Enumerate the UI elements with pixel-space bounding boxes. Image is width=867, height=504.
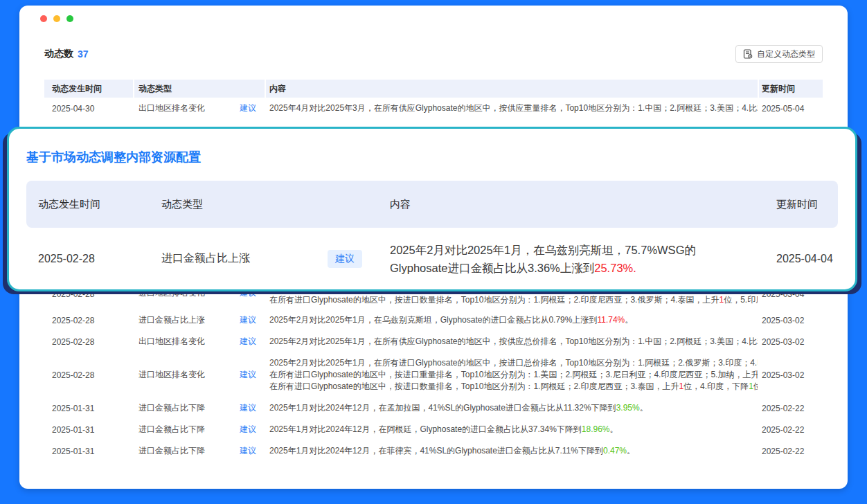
row-type: 出口地区排名变化 <box>134 336 238 348</box>
table-header: 动态发生时间 动态类型 内容 更新时间 <box>44 80 823 98</box>
table-row[interactable]: 2025-01-31进口金额占比下降建议2025年1月对比2024年12月，在孟… <box>44 397 823 419</box>
row-content: 2025年1月对比2024年12月，在阿根廷，Glyphosate的进口金额占比… <box>266 424 758 435</box>
overlay-col-header-date: 动态发生时间 <box>38 198 161 211</box>
suggestion-badge: 建议 <box>240 369 265 381</box>
row-content-line: 在所有进口Glyphosate的地区中，按进口数量排名，Top10地区分别为：1… <box>269 381 758 393</box>
col-header-date: 动态发生时间 <box>44 80 133 98</box>
highlight-row[interactable]: 2025-02-28 进口金额占比上涨 建议 2025年2月对比2025年1月，… <box>26 233 838 285</box>
overlay-col-header-updated: 更新时间 <box>751 198 838 211</box>
suggestion-badge: 建议 <box>240 445 265 457</box>
row-updated: 2025-03-02 <box>759 370 823 380</box>
overlay-col-header-type: 动态类型 <box>161 198 390 211</box>
row-date: 2025-02-28 <box>44 316 133 325</box>
row-content-line: 2025年2月对比2025年1月，在所有供应Glyphosate的地区中，按供应… <box>269 336 758 348</box>
customize-type-button[interactable]: 自定义动态类型 <box>735 45 823 63</box>
suggestion-badge: 建议 <box>240 424 265 435</box>
row-content: 2025年1月对比2024年12月，在孟加拉国，41%SL的Glyphosate… <box>266 402 758 414</box>
row-updated: 2025-02-22 <box>759 404 823 413</box>
stats-label: 动态数 <box>44 48 73 60</box>
row-content: 2025年2月对比2025年1月，在所有供应Glyphosate的地区中，按供应… <box>266 336 758 348</box>
col-header-type: 动态类型 <box>134 80 265 98</box>
highlight-row-type: 进口金额占比上涨 <box>161 251 250 266</box>
col-header-content: 内容 <box>266 80 758 98</box>
zoom-button[interactable] <box>66 15 73 22</box>
row-content: 在所有进口Glyphosate的地区中，按进口数量排名，Top10地区分别为：1… <box>266 294 758 306</box>
highlight-card: 基于市场动态调整内部资源配置 动态发生时间 动态类型 内容 更新时间 2025-… <box>7 127 857 291</box>
suggestion-badge: 建议 <box>240 402 265 414</box>
row-content-line: 2025年1月对比2024年12月，在菲律宾，41%SL的Glyphosate进… <box>269 445 758 457</box>
row-content: 2025年2月对比2025年1月，在所有进口Glyphosate的地区中，按进口… <box>266 357 758 393</box>
suggestion-badge: 建议 <box>240 336 265 348</box>
table-row[interactable]: 2025-01-31进口金额占比下降建议2025年1月对比2024年12月，在阿… <box>44 419 823 440</box>
table-row[interactable]: 2025-01-31进口金额占比下降建议2025年1月对比2024年12月，在菲… <box>44 440 823 462</box>
row-date: 2025-02-28 <box>44 337 133 347</box>
row-content-line: 2025年1月对比2024年12月，在阿根廷，Glyphosate的进口金额占比… <box>269 424 758 435</box>
table-row[interactable]: 2025-04-30出口地区排名变化建议2025年4月对比2025年3月，在所有… <box>44 98 823 119</box>
row-type: 进口金额占比下降 <box>134 424 238 435</box>
row-updated: 2025-03-02 <box>759 337 823 347</box>
overlay-col-header-content: 内容 <box>390 198 751 211</box>
row-type: 进口金额占比上涨 <box>134 314 238 326</box>
row-type: 出口地区排名变化 <box>134 102 238 114</box>
row-updated: 2025-05-04 <box>759 104 823 114</box>
table-row[interactable]: 2025-02-28进口地区排名变化建议2025年2月对比2025年1月，在所有… <box>44 352 823 397</box>
stats-bar: 动态数 37 自定义动态类型 <box>44 44 823 64</box>
row-content: 2025年1月对比2024年12月，在菲律宾，41%SL的Glyphosate进… <box>266 445 758 457</box>
row-updated: 2025-03-02 <box>759 316 823 325</box>
highlight-row-content: 2025年2月对比2025年1月，在乌兹别亮斯坦，75.7%WSG的Glypho… <box>390 241 740 277</box>
row-content-line: 在所有进口Glyphosate的地区中，按进口数量排名，Top10地区分别为：1… <box>269 294 758 306</box>
highlight-row-date: 2025-02-28 <box>38 253 161 265</box>
window-controls <box>40 15 73 22</box>
table-row[interactable]: 2025-02-28进口金额占比上涨建议2025年2月对比2025年1月，在乌兹… <box>44 309 823 331</box>
row-date: 2025-01-31 <box>44 447 133 456</box>
table-row[interactable]: 2025-02-28出口地区排名变化建议2025年2月对比2025年1月，在所有… <box>44 331 823 352</box>
customize-type-label: 自定义动态类型 <box>757 48 815 60</box>
suggestion-badge: 建议 <box>240 314 265 326</box>
suggestion-badge: 建议 <box>240 102 265 114</box>
row-content-line: 2025年2月对比2025年1月，在所有进口Glyphosate的地区中，按进口… <box>269 357 758 369</box>
col-header-updated: 更新时间 <box>759 80 823 98</box>
highlight-card-title: 基于市场动态调整内部资源配置 <box>26 149 201 165</box>
row-content-line: 2025年2月对比2025年1月，在乌兹别克斯坦，Glyphosate的进口金额… <box>269 314 758 326</box>
row-updated: 2025-02-22 <box>759 447 823 456</box>
row-type: 进口金额占比下降 <box>134 445 238 457</box>
row-date: 2025-01-31 <box>44 425 133 435</box>
row-date: 2025-01-31 <box>44 404 133 413</box>
minimize-button[interactable] <box>53 15 60 22</box>
row-type: 进口金额占比下降 <box>134 402 238 414</box>
row-content: 2025年2月对比2025年1月，在乌兹别克斯坦，Glyphosate的进口金额… <box>266 314 758 326</box>
row-content-line: 2025年1月对比2024年12月，在孟加拉国，41%SL的Glyphosate… <box>269 402 758 414</box>
document-gear-icon <box>743 49 753 59</box>
row-date: 2025-04-30 <box>44 104 133 114</box>
highlight-row-updated: 2025-04-04 <box>751 253 838 265</box>
row-content: 2025年4月对比2025年3月，在所有供应Glyphosate的地区中，按供应… <box>266 102 758 114</box>
row-type: 进口地区排名变化 <box>134 369 238 381</box>
row-date: 2025-02-28 <box>44 370 133 380</box>
close-button[interactable] <box>40 15 47 22</box>
row-content-line: 2025年4月对比2025年3月，在所有供应Glyphosate的地区中，按供应… <box>269 102 758 114</box>
row-updated: 2025-02-22 <box>759 425 823 435</box>
stats-value: 37 <box>78 48 89 60</box>
row-content-line: 在所有进口Glyphosate的地区中，按进口重量排名，Top10地区分别为：1… <box>269 369 758 381</box>
suggestion-badge: 建议 <box>328 250 362 268</box>
highlight-table-header: 动态发生时间 动态类型 内容 更新时间 <box>26 181 838 228</box>
